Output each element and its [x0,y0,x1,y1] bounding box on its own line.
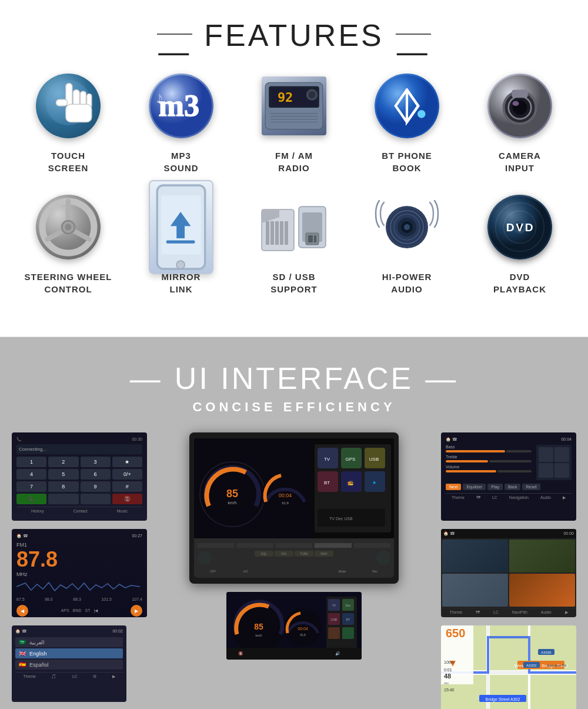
title-dash-right: — [396,34,431,35]
svg-text:00:04: 00:04 [298,627,308,631]
camera-icon-container [485,71,555,141]
svg-rect-102 [328,627,340,639]
svg-text:km/h: km/h [228,501,236,505]
svg-text:0:01: 0:01 [444,668,452,672]
sdusb-label: SD / USB SUPPORT [270,271,318,295]
ui-heading: UI INTERFACE [175,361,413,396]
touch-screen-icon-container [33,71,103,141]
features-title: — FEATURES — [12,18,576,53]
screenshot-lang: 🏠 ☎ 00:02 🇸🇦 العربية 🇬🇧 English 🇪🇸 Españ… [12,625,126,702]
svg-rect-45 [275,221,279,245]
feature-mirror: MIRROR LINK [128,192,234,295]
svg-text:USB: USB [331,618,338,621]
svg-point-35 [65,224,72,231]
svg-text:48: 48 [444,673,451,680]
svg-rect-43 [266,221,269,245]
svg-point-23 [417,110,426,118]
svg-text:BT: BT [346,618,350,621]
screenshot-main-small: 85 km/h 00:04 91.8 TV [226,592,362,660]
svg-rect-52 [314,235,316,242]
svg-text:m3: m3 [159,88,200,122]
svg-text:BT: BT [324,480,330,485]
camera-label: CAMERA INPUT [499,149,541,174]
main-small-svg: 85 km/h 00:04 91.8 TV [226,592,362,660]
steering-label: STEERING WHEEL CONTROL [24,271,112,295]
mirror-label: MIRROR LINK [162,271,201,295]
radio-svg: 92 [262,76,326,135]
screenshot-photo: 🏠 ☎ 00:00 Theme🗺LCNaviPithAudio▶ [441,529,576,617]
svg-text:TV: TV [324,457,330,462]
dvd-icon-container: DVD [485,192,555,262]
mirror-icon [149,180,213,274]
ui-dash-left: — [130,361,163,396]
svg-rect-5 [56,99,67,106]
bt-icon [375,74,439,138]
bt-svg [375,74,439,138]
svg-text:100m: 100m [444,660,455,664]
ui-dash-right: — [425,361,458,396]
screenshot-fm: 🏠 ☎ 00:27 FM1 87.8 MHz 87.588.088.3101.5… [12,529,147,617]
svg-point-28 [513,101,519,106]
radio-icon: 92 [262,76,326,135]
feature-steering: STEERING WHEEL CONTROL [15,192,121,295]
speaker-icon [375,195,439,259]
screenshot-navigation: Westminster Bridge Road Bridge Street A3… [441,625,576,709]
svg-rect-103 [342,627,354,639]
svg-point-19 [308,91,315,98]
dvd-label: DVD PLAYBACK [493,271,546,295]
steering-svg [36,195,101,259]
sdusb-icon [259,201,329,254]
speaker-icon-container [372,192,442,262]
svg-text:♪: ♪ [155,88,163,106]
svg-text:00:04: 00:04 [279,492,292,498]
svg-rect-29 [512,90,528,98]
feature-radio: 92 FM / AM RADIO [241,71,347,174]
features-heading: FEATURES [204,18,384,53]
bt-icon-container [372,71,442,141]
fm-waveform [16,581,140,593]
features-row-1: TOUCH SCREEN [12,71,576,174]
speaker-svg [375,195,439,259]
svg-text:A3202: A3202 [526,664,537,667]
svg-text:🔊: 🔊 [335,651,340,656]
touch-svg [36,74,101,138]
svg-text:Waterloo Rd: Waterloo Rd [547,664,566,667]
svg-text:🔇: 🔇 [238,651,243,656]
feature-mp3-sound: m3 ♪ MP3 SOUND [128,71,234,174]
camera-svg [487,74,552,138]
svg-text:92: 92 [278,90,293,105]
feature-touch-screen: TOUCH SCREEN [15,71,121,174]
dvd-svg: DVD [487,195,552,259]
svg-point-40 [176,261,185,269]
svg-text:DVD: DVD [506,221,535,234]
mp3-svg: m3 ♪ [149,74,213,138]
mp3-icon: m3 ♪ [149,74,213,138]
svg-text:85: 85 [226,488,238,500]
title-dash-left: — [157,34,192,35]
feature-camera: CAMERA INPUT [467,71,573,174]
features-row-2: STEERING WHEEL CONTROL [12,192,576,295]
dvd-icon: DVD [487,195,552,259]
ui-center-column: 85 km/h 00:04 91.8 [155,432,433,660]
svg-text:GPS: GPS [346,457,356,462]
svg-text:A3036: A3036 [541,651,552,654]
feature-audio: HI-POWER AUDIO [354,192,460,295]
svg-text:TV: TV [332,604,336,607]
sdusb-icon-container [259,192,329,262]
svg-text:91.8: 91.8 [300,633,306,637]
touch-screen-label: TOUCH SCREEN [48,149,89,174]
svg-rect-39 [166,241,195,244]
camera-icon [487,74,552,138]
mirror-svg [150,181,212,273]
svg-point-59 [404,224,410,230]
svg-text:USB: USB [369,457,379,462]
mirror-icon-container [146,192,216,262]
ui-subtitle: CONCISE EFFICIENCY [12,400,576,415]
ui-section: — UI INTERFACE — CONCISE EFFICIENCY 📞 00… [0,337,588,709]
radio-icon-container: 92 [259,71,329,141]
svg-text:📻: 📻 [348,480,353,485]
screenshot-audio: 🏠 ☎ 00:04 Bass Treble [441,432,576,521]
ui-right-column: 🏠 ☎ 00:04 Bass Treble [441,432,576,709]
svg-rect-51 [308,235,313,242]
features-section: — FEATURES — [0,0,588,337]
